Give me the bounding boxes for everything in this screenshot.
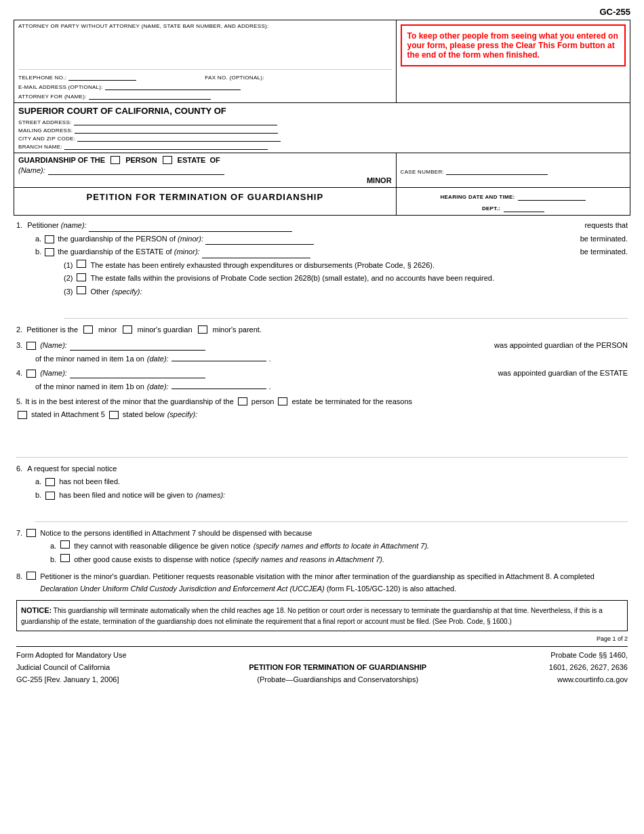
item5-attachment-checkbox[interactable] bbox=[18, 411, 27, 419]
item5-below: stated below bbox=[123, 409, 165, 421]
item1-petitioner: Petitioner bbox=[27, 221, 58, 229]
notice-label: NOTICE: bbox=[21, 606, 52, 614]
item5-person: person bbox=[251, 396, 275, 408]
item5-specify: (specify): bbox=[167, 409, 198, 421]
guardianship-of-label: GUARDIANSHIP OF THE bbox=[18, 156, 105, 164]
estate-label: ESTATE bbox=[178, 156, 206, 164]
item1b2-checkbox[interactable] bbox=[77, 273, 86, 281]
item7a-checkbox[interactable] bbox=[60, 540, 70, 549]
case-number-label: CASE NUMBER: bbox=[401, 169, 445, 175]
item1a-checkbox[interactable] bbox=[45, 235, 54, 243]
court-title: SUPERIOR COURT OF CALIFORNIA, COUNTY OF bbox=[18, 106, 626, 116]
item8-text: Petitioner is the minor's guardian. Peti… bbox=[40, 571, 628, 595]
item1b3-text: Other bbox=[90, 286, 109, 298]
branch-label: BRANCH NAME: bbox=[18, 144, 62, 150]
notice-box: NOTICE: This guardianship will terminate… bbox=[16, 600, 628, 631]
form-number: GC-255 bbox=[14, 7, 630, 17]
item2-minor: minor bbox=[98, 324, 117, 336]
item8-text2: (form FL-105/GC-120) is also attached. bbox=[327, 584, 456, 593]
item1-num: 1. bbox=[16, 221, 22, 229]
item1-name-italic: (name): bbox=[61, 221, 87, 229]
item7b-italic: (specify names and reasons in Attachment… bbox=[233, 554, 384, 566]
footer-right: Probate Code §§ 1460, 1601, 2626, 2627, … bbox=[549, 650, 628, 686]
item5-num: 5. bbox=[16, 396, 22, 408]
item6b-letter: b. bbox=[35, 490, 41, 502]
item4-date: (date): bbox=[147, 381, 169, 393]
item1b2-text: The estate falls within the provisions o… bbox=[90, 273, 494, 285]
item6a-checkbox[interactable] bbox=[45, 478, 55, 486]
item1a-label: a. bbox=[35, 235, 41, 243]
telephone-label: TELEPHONE NO.: bbox=[18, 75, 66, 81]
item2-parent-checkbox[interactable] bbox=[198, 325, 207, 334]
item4-num: 4. bbox=[16, 368, 22, 380]
item2-guardian-checkbox[interactable] bbox=[123, 325, 132, 334]
item1b-checkbox[interactable] bbox=[45, 248, 54, 256]
item7-num: 7. bbox=[16, 528, 22, 540]
item1-requests: requests that bbox=[584, 220, 628, 232]
item6a-letter: a. bbox=[35, 476, 41, 488]
item5-attachment: stated in Attachment 5 bbox=[31, 409, 105, 421]
item4-name: (Name): bbox=[40, 368, 67, 380]
item2-guardian: minor's guardian bbox=[138, 324, 193, 336]
person-checkbox[interactable] bbox=[110, 156, 120, 164]
item6b-checkbox[interactable] bbox=[45, 492, 55, 500]
item3-num: 3. bbox=[16, 340, 22, 352]
item2-label: Petitioner is the bbox=[26, 324, 78, 336]
item7a-letter: a. bbox=[50, 540, 56, 553]
item6b-names: (names): bbox=[196, 490, 225, 502]
item5-person-checkbox[interactable] bbox=[238, 397, 247, 405]
item5-estate-checkbox[interactable] bbox=[278, 397, 287, 405]
item4-appointed: was appointed guardian of the ESTATE bbox=[498, 368, 628, 380]
mailing-label: MAILING ADDRESS: bbox=[18, 127, 73, 134]
item5-terminated: be terminated for the reasons bbox=[315, 396, 412, 408]
item1b-text: the guardianship of the ESTATE of bbox=[58, 247, 172, 256]
email-label: E-MAIL ADDRESS (Optional): bbox=[18, 84, 103, 90]
item1b-label: b. bbox=[35, 247, 41, 256]
item7-text: Notice to the persons identified in Atta… bbox=[40, 528, 312, 540]
item2-num: 2. bbox=[16, 324, 22, 336]
item6-num: 6. bbox=[16, 464, 22, 473]
item5-below-checkbox[interactable] bbox=[109, 411, 119, 419]
item1b1-checkbox[interactable] bbox=[77, 260, 86, 268]
item8-checkbox[interactable] bbox=[26, 572, 36, 580]
item1b3-specify: (specify): bbox=[112, 286, 142, 298]
item7a-text: they cannot with reasonable diligence be… bbox=[74, 540, 251, 553]
item7b-text: other good cause exists to dispense with… bbox=[74, 554, 230, 566]
minor-label: MINOR bbox=[18, 176, 392, 184]
item7-checkbox[interactable] bbox=[26, 529, 36, 537]
fax-label: FAX NO. (Optional): bbox=[205, 75, 264, 81]
item1b-minor-italic: (minor): bbox=[174, 247, 200, 256]
item7b-checkbox[interactable] bbox=[60, 554, 70, 562]
item3-date: (date): bbox=[147, 353, 169, 365]
name-label-guardianship: (Name): bbox=[18, 166, 45, 174]
street-label: STREET ADDRESS: bbox=[18, 119, 72, 125]
item8-num: 8. bbox=[16, 571, 22, 583]
city-label: CITY AND ZIP CODE: bbox=[18, 136, 75, 142]
item1a-text: the guardianship of the PERSON of bbox=[58, 235, 176, 243]
hearing-date-label: HEARING DATE AND TIME: bbox=[440, 194, 515, 200]
item1b2-num: (2) bbox=[64, 273, 73, 285]
estate-checkbox[interactable] bbox=[163, 156, 172, 164]
item3-appointed: was appointed guardian of the PERSON bbox=[494, 340, 628, 352]
item1b3-checkbox[interactable] bbox=[77, 286, 86, 294]
person-label: PERSON bbox=[125, 156, 157, 164]
item1b-terminated: be terminated. bbox=[580, 246, 628, 258]
item1a-terminated: be terminated. bbox=[580, 233, 628, 245]
attorney-label: ATTORNEY OR PARTY WITHOUT ATTORNEY (Name… bbox=[18, 23, 392, 29]
item7a-italic: (specify names and efforts to locate in … bbox=[254, 540, 429, 553]
petition-title: PETITION FOR TERMINATION OF GUARDIANSHIP bbox=[86, 192, 323, 202]
item1b1-text: The estate has been entirely exhausted t… bbox=[90, 260, 435, 272]
privacy-notice: To keep other people from seeing what yo… bbox=[401, 24, 626, 66]
item2-parent: minor's parent. bbox=[213, 324, 262, 336]
item2-minor-checkbox[interactable] bbox=[83, 325, 93, 334]
dept-label: DEPT.: bbox=[482, 205, 500, 212]
footer-center: PETITION FOR TERMINATION OF GUARDIANSHIP… bbox=[249, 662, 426, 686]
item4-checkbox[interactable] bbox=[26, 370, 36, 378]
item7b-letter: b. bbox=[50, 554, 56, 566]
item5-estate: estate bbox=[291, 396, 312, 408]
item6b-text: has been filed and notice will be given … bbox=[59, 490, 193, 502]
item1b1-num: (1) bbox=[64, 260, 73, 272]
item8-italic1: Declaration Under Uniform Child Custody … bbox=[40, 584, 325, 593]
footer-left: Form Adopted for Mandatory Use Judicial … bbox=[16, 650, 127, 686]
item3-checkbox[interactable] bbox=[26, 342, 36, 350]
